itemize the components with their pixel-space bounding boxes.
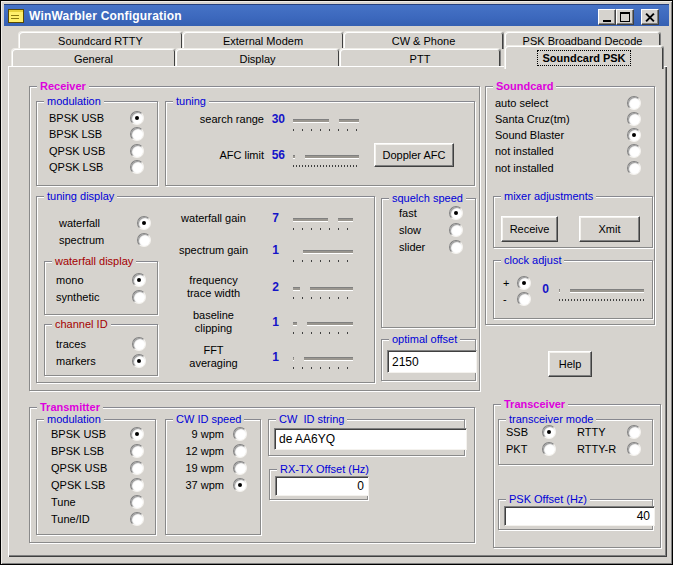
option-label: SSB: [506, 426, 528, 438]
radio-spectrum[interactable]: [137, 233, 151, 247]
option-label: markers: [56, 355, 96, 367]
afc-limit-ticks: [293, 165, 359, 167]
option-label: QPSK LSB: [51, 479, 105, 491]
squelch-speed-legend: squelch speed: [389, 191, 466, 205]
radio-rx-qpsk-usb[interactable]: [130, 144, 144, 158]
radio-squelch-fast[interactable]: [449, 206, 463, 220]
radio-synthetic[interactable]: [132, 290, 146, 304]
title-bar[interactable]: WinWarbler Configuration: [4, 4, 669, 26]
radio-clock-plus[interactable]: [517, 276, 531, 290]
afc-limit-label: AFC limit: [164, 149, 264, 162]
radio-tx-qpsk-lsb[interactable]: [130, 478, 144, 492]
tab-label: Display: [239, 53, 275, 65]
tab-external-modem[interactable]: External Modem: [182, 31, 344, 49]
fft-averaging-label: FFTaveraging: [171, 344, 256, 370]
spectrum-gain-ticks: [293, 260, 353, 262]
cw-id-string-legend: CW ID string: [276, 412, 347, 426]
radio-waterfall[interactable]: [137, 216, 151, 230]
doppler-afc-button[interactable]: Doppler AFC: [374, 143, 454, 167]
frequency-trace-width-ticks: [293, 297, 353, 299]
radio-37-wpm[interactable]: [233, 478, 247, 492]
minimize-button[interactable]: [598, 9, 616, 25]
radio-tx-bpsk-lsb[interactable]: [130, 444, 144, 458]
frequency-trace-width-label: frequencytrace width: [171, 274, 256, 300]
radio-rx-qpsk-lsb[interactable]: [130, 160, 144, 174]
frequency-trace-width-slider[interactable]: [293, 287, 353, 291]
tab-general[interactable]: General: [11, 48, 176, 68]
radio-not-installed-1[interactable]: [627, 144, 641, 158]
radio-auto-select[interactable]: [627, 96, 641, 110]
optimal-offset-input[interactable]: 2150: [387, 350, 477, 373]
radio-mode-ssb[interactable]: [542, 425, 556, 439]
radio-mono[interactable]: [132, 273, 146, 287]
psk-offset-input[interactable]: 40: [504, 506, 655, 526]
radio-clock-minus[interactable]: [517, 292, 531, 306]
option-label: QPSK LSB: [49, 161, 103, 173]
help-button[interactable]: Help: [548, 351, 592, 377]
radio-9-wpm[interactable]: [233, 427, 247, 441]
tab-soundcard-rtty[interactable]: Soundcard RTTY: [18, 31, 183, 49]
option-label: 37 wpm: [173, 479, 224, 491]
option-label: BPSK USB: [51, 428, 106, 440]
clock-plus-label: +: [503, 277, 509, 289]
tab-label: General: [74, 53, 113, 65]
radio-rx-bpsk-usb[interactable]: [130, 111, 144, 125]
tab-ptt[interactable]: PTT: [339, 48, 501, 68]
radio-12-wpm[interactable]: [233, 444, 247, 458]
radio-tx-tune[interactable]: [130, 495, 144, 509]
tab-display[interactable]: Display: [175, 48, 340, 68]
option-label: slider: [399, 241, 425, 253]
radio-santa-cruz[interactable]: [627, 112, 641, 126]
radio-rx-bpsk-lsb[interactable]: [130, 127, 144, 141]
waterfall-gain-slider[interactable]: [293, 218, 353, 222]
tuning-display-legend: tuning display: [44, 189, 117, 203]
transceiver-legend: Transceiver: [501, 397, 568, 411]
waterfall-display-legend: waterfall display: [52, 254, 136, 268]
option-label: fast: [399, 207, 417, 219]
afc-limit-slider[interactable]: [293, 155, 359, 159]
cw-id-string-input[interactable]: de AA6YQ: [274, 428, 467, 450]
receive-button[interactable]: Receive: [501, 216, 558, 242]
radio-tx-qpsk-usb[interactable]: [130, 461, 144, 475]
radio-not-installed-2[interactable]: [627, 161, 641, 175]
option-label: mono: [56, 274, 84, 286]
channel-id-legend: channel ID: [52, 317, 111, 331]
search-range-slider[interactable]: [293, 119, 359, 123]
radio-19-wpm[interactable]: [233, 461, 247, 475]
tab-cw-phone[interactable]: CW & Phone: [343, 31, 504, 49]
option-label: RTTY: [577, 426, 606, 438]
option-label: not installed: [495, 162, 554, 174]
option-label: Santa Cruz(tm): [495, 113, 570, 125]
option-label: Sound Blaster: [495, 129, 564, 141]
clock-adjust-slider[interactable]: [559, 289, 644, 293]
radio-mode-rtty[interactable]: [627, 425, 641, 439]
radio-mode-rtty-r[interactable]: [627, 442, 641, 456]
tab-label: CW & Phone: [392, 35, 456, 47]
fft-averaging-slider[interactable]: [293, 357, 353, 361]
radio-squelch-slider[interactable]: [449, 240, 463, 254]
search-range-ticks: [293, 129, 359, 131]
radio-mode-pkt[interactable]: [542, 442, 556, 456]
baseline-clipping-slider[interactable]: [293, 322, 353, 326]
radio-tx-tune-id[interactable]: [130, 512, 144, 526]
waterfall-display-groupbox: waterfall display: [44, 261, 158, 315]
spectrum-gain-slider[interactable]: [293, 250, 353, 254]
fft-averaging-value: 1: [263, 350, 279, 364]
xmit-button[interactable]: Xmit: [579, 216, 640, 242]
option-label: BPSK USB: [49, 112, 104, 124]
radio-squelch-slow[interactable]: [449, 223, 463, 237]
radio-sound-blaster[interactable]: [627, 128, 641, 142]
option-label: synthetic: [56, 291, 99, 303]
tab-soundcard-psk-active[interactable]: Soundcard PSK: [504, 45, 664, 69]
option-label: traces: [56, 338, 86, 350]
rx-tx-offset-input[interactable]: 0: [275, 476, 369, 496]
radio-traces[interactable]: [132, 337, 146, 351]
maximize-button[interactable]: [616, 9, 634, 25]
close-button[interactable]: [641, 9, 659, 25]
clock-adjust-legend: clock adjust: [501, 253, 564, 267]
fft-averaging-ticks: [293, 367, 353, 369]
radio-tx-bpsk-usb[interactable]: [130, 427, 144, 441]
option-label: 19 wpm: [173, 462, 224, 474]
radio-markers[interactable]: [132, 354, 146, 368]
option-label: auto select: [495, 97, 548, 109]
